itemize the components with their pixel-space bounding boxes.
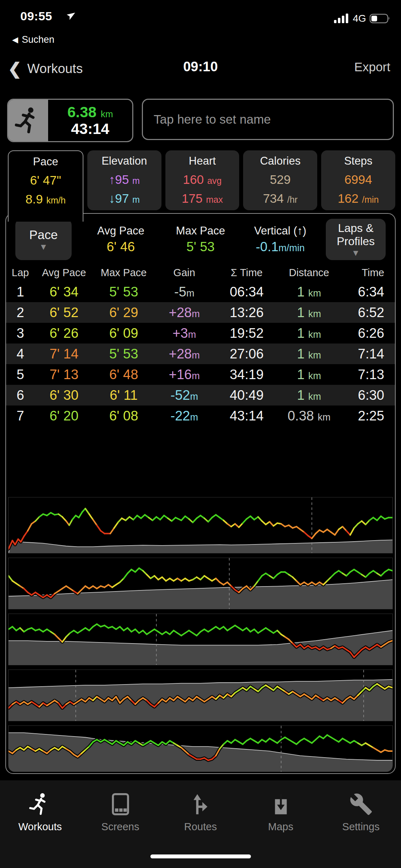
workout-name-input[interactable]: Tap here to set name [142, 99, 394, 140]
tabbar-item-screens[interactable]: Screens [80, 780, 160, 868]
tab-value: 6994 [344, 170, 372, 189]
status-right-cluster: 4G [334, 13, 391, 24]
metric-tab-strip: Pace6' 47"8.9 km/hElevation↑95 m↓97 mHea… [8, 150, 395, 213]
lap-row-4[interactable]: 47' 145' 53+28m27:061 km7:14 [6, 343, 395, 364]
cell-avg-pace: 6' 26 [35, 326, 93, 341]
cell-distance: 1 km [279, 326, 339, 341]
cell-max-pace: 6' 09 [93, 326, 154, 341]
name-placeholder: Tap here to set name [154, 112, 271, 126]
cell-lap: 2 [6, 305, 35, 320]
summary-duration: 43:14 [71, 120, 109, 137]
profile-charts [8, 497, 393, 776]
tab-label: Heart [189, 155, 216, 167]
stat-label: Max Pace [176, 224, 225, 237]
column-header: Σ Time [215, 267, 279, 279]
cell-lap: 7 [6, 408, 35, 424]
lap-row-2[interactable]: 26' 526' 29+28m13:261 km6:52 [6, 302, 395, 323]
cell-gain: +16m [154, 367, 215, 382]
cell-gain: -5m [154, 284, 215, 300]
column-header: Lap [6, 267, 35, 279]
cell-distance: 0.38 km [279, 408, 339, 424]
tab-value: 734 /hr [263, 189, 298, 208]
cell-max-pace: 6' 29 [93, 305, 154, 320]
column-header: Distance [279, 267, 339, 279]
runner-badge [8, 100, 48, 141]
cell-sum-time: 19:52 [215, 326, 279, 341]
stat-label: Vertical (↑) [254, 224, 306, 237]
cell-avg-pace: 7' 13 [35, 367, 93, 382]
profile-strip-5 [8, 725, 393, 772]
cell-time: 6:34 [339, 284, 395, 300]
export-button[interactable]: Export [354, 60, 390, 74]
lap-row-6[interactable]: 66' 306' 11-52m40:491 km6:30 [6, 385, 395, 405]
laps-profiles-button[interactable]: Laps & Profiles ▼ [326, 219, 386, 260]
cell-gain: -22m [154, 408, 215, 424]
cell-lap: 5 [6, 367, 35, 382]
stat-value: 5' 53 [186, 239, 215, 254]
page-title: 09:10 [0, 59, 401, 74]
cell-lap: 4 [6, 346, 35, 362]
tab-steps[interactable]: Steps6994162 /min [321, 150, 395, 210]
cell-max-pace: 6' 08 [93, 408, 154, 424]
tabbar-item-maps[interactable]: Maps [241, 780, 321, 868]
cell-lap: 3 [6, 326, 35, 341]
cell-distance: 1 km [279, 346, 339, 362]
lap-row-1[interactable]: 16' 345' 53-5m06:341 km6:34 [6, 281, 395, 302]
column-header: Gain [154, 267, 215, 279]
summary-stats: 6.38 km 43:14 [48, 100, 132, 141]
tab-value: ↓97 m [109, 189, 140, 208]
home-indicator[interactable] [150, 854, 251, 858]
tab-label: Pace [33, 155, 58, 168]
cell-gain: +3m [154, 326, 215, 341]
cell-avg-pace: 6' 20 [35, 408, 93, 424]
cell-avg-pace: 6' 52 [35, 305, 93, 320]
lap-row-5[interactable]: 57' 136' 48+16m34:191 km7:13 [6, 364, 395, 385]
cell-max-pace: 5' 53 [93, 346, 154, 362]
cell-distance: 1 km [279, 305, 339, 320]
cell-max-pace: 5' 53 [93, 284, 154, 300]
cell-time: 6:26 [339, 326, 395, 341]
metric-selector-button[interactable]: Pace ▼ [15, 219, 72, 260]
tabbar-item-workouts[interactable]: Workouts [0, 780, 80, 868]
battery-icon [370, 13, 391, 24]
cell-sum-time: 13:26 [215, 305, 279, 320]
cell-time: 6:52 [339, 305, 395, 320]
cell-avg-pace: 6' 34 [35, 284, 93, 300]
tab-elevation[interactable]: Elevation↑95 m↓97 m [87, 150, 161, 210]
cell-sum-time: 27:06 [215, 346, 279, 362]
cell-sum-time: 40:49 [215, 388, 279, 403]
chevron-down-icon: ▼ [39, 243, 48, 251]
tab-label: Steps [344, 155, 372, 167]
tabbar-label: Routes [184, 821, 217, 833]
back-to-app-banner[interactable]: ◀ Suchen [12, 34, 55, 45]
app-screen: 09:55 4G ◀ Suchen ❮ Workouts [0, 0, 401, 868]
tab-value: 162 /min [338, 189, 379, 208]
wrench-icon [349, 792, 373, 816]
back-triangle-icon: ◀ [12, 35, 18, 45]
cell-avg-pace: 6' 30 [35, 388, 93, 403]
column-header: Avg Pace [35, 267, 93, 279]
network-type: 4G [353, 13, 366, 24]
lap-row-3[interactable]: 36' 266' 09+3m19:521 km6:26 [6, 323, 395, 343]
tab-value: 6' 47" [30, 171, 61, 190]
cell-time: 7:13 [339, 367, 395, 382]
tab-calories[interactable]: Calories529734 /hr [243, 150, 317, 210]
signal-bars-icon [334, 13, 349, 24]
tabbar-label: Workouts [19, 821, 62, 833]
cell-gain: +28m [154, 346, 215, 362]
cell-distance: 1 km [279, 388, 339, 403]
cell-max-pace: 6' 48 [93, 367, 154, 382]
workout-summary-card[interactable]: 6.38 km 43:14 [7, 99, 133, 142]
back-app-label: Suchen [22, 34, 55, 45]
maps-icon [269, 792, 293, 816]
tab-label: Elevation [102, 155, 147, 167]
lap-row-7[interactable]: 76' 206' 08-22m43:140.38 km2:25 [6, 405, 395, 426]
tab-heart[interactable]: Heart160 avg175 max [165, 150, 240, 210]
cell-distance: 1 km [279, 367, 339, 382]
tab-pace[interactable]: Pace6' 47"8.9 km/h [8, 150, 83, 222]
cell-lap: 6 [6, 388, 35, 403]
tab-label: Calories [260, 155, 300, 167]
cell-lap: 1 [6, 284, 35, 300]
tabbar-item-settings[interactable]: Settings [321, 780, 401, 868]
cell-time: 2:25 [339, 408, 395, 424]
